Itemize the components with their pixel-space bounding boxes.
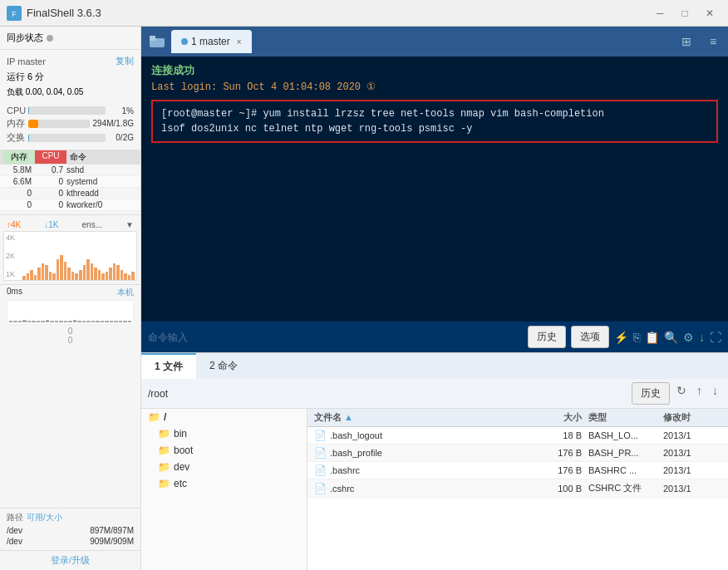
- tree-boot[interactable]: 📁 boot: [141, 442, 307, 459]
- copy-icon[interactable]: ⎘: [633, 331, 640, 344]
- app-title: FinalShell 3.6.3: [27, 7, 648, 19]
- swap-metric: 交换 0/2G: [7, 130, 134, 145]
- download-file-icon[interactable]: ↓: [709, 382, 721, 405]
- maximize-button[interactable]: □: [673, 4, 696, 22]
- latency-bar: [59, 321, 62, 322]
- mem-bar: [28, 120, 38, 128]
- sync-status: 同步状态: [0, 27, 140, 50]
- root-folder-icon: 📁: [148, 411, 160, 423]
- latency-bar: [9, 321, 12, 322]
- file-date-cell: 2013/1: [663, 484, 721, 494]
- latency-bar: [18, 321, 22, 322]
- paste-icon[interactable]: 📋: [645, 331, 659, 344]
- proc-cmd-cell: sshd: [66, 165, 137, 174]
- status-indicator: [47, 35, 53, 42]
- refresh-icon[interactable]: ↻: [673, 382, 690, 405]
- latency-bar: [119, 321, 122, 322]
- tab-close-button[interactable]: ×: [237, 37, 242, 47]
- tree-dev[interactable]: 📁 dev: [141, 459, 307, 475]
- file-size-cell: 100 B: [522, 484, 588, 494]
- chart-bar: [22, 276, 26, 280]
- settings-icon[interactable]: ⚙: [683, 331, 694, 344]
- tab-master[interactable]: 1 master ×: [171, 30, 252, 53]
- process-row: 0 0 kthreadd: [0, 188, 140, 199]
- tree-root[interactable]: 📁 /: [141, 409, 307, 425]
- tree-etc[interactable]: 📁 etc: [141, 475, 307, 492]
- chart-bar: [91, 263, 94, 280]
- proc-cpu-cell: 0: [35, 200, 66, 209]
- chart-bar: [45, 265, 48, 280]
- file-row[interactable]: 📄.bash_profile 176 B BASH_PR... 2013/1: [307, 445, 728, 462]
- upload-icon[interactable]: ↑: [693, 382, 706, 405]
- tab-bar: 1 master × ⊞ ≡: [141, 27, 728, 57]
- minimize-button[interactable]: ─: [648, 4, 671, 22]
- chart-bar: [106, 272, 109, 280]
- path-header: 路径 可用/大小: [7, 512, 134, 523]
- list-view-button[interactable]: ≡: [701, 30, 725, 53]
- tab-commands[interactable]: 2 命令: [196, 354, 251, 378]
- ip-label: IP master: [7, 57, 46, 66]
- fullscreen-icon[interactable]: ⛶: [710, 331, 721, 344]
- folder-button[interactable]: [145, 30, 170, 53]
- latency-row: 0ms 本机: [7, 287, 134, 298]
- options-button[interactable]: 选项: [571, 326, 609, 348]
- lightning-icon[interactable]: ⚡: [614, 331, 628, 344]
- file-row[interactable]: 📄.bashrc 176 B BASHRC ... 2013/1: [307, 462, 728, 479]
- latency-bar: [13, 321, 17, 322]
- boot-folder-icon: 📁: [158, 445, 170, 456]
- cpu-bar: [28, 106, 29, 115]
- net-up-label: ↑4K: [7, 220, 21, 229]
- network-chart: 4K 2K 1K: [3, 231, 137, 281]
- col-name-header: 文件名 ▲: [314, 411, 522, 424]
- swap-bar: [28, 134, 29, 142]
- chart-bar: [34, 275, 37, 280]
- history-button[interactable]: 历史: [528, 326, 566, 348]
- chart-bar: [124, 273, 127, 280]
- runtime-row: 运行 6 分: [7, 69, 134, 85]
- file-actions: 历史 ↻ ↑ ↓: [632, 382, 721, 405]
- chart-bar: [49, 272, 52, 280]
- latency-bar: [50, 321, 53, 322]
- file-icon: 📄: [314, 483, 327, 494]
- tab-files[interactable]: 1 文件: [141, 353, 196, 379]
- file-type-cell: BASH_PR...: [588, 448, 663, 458]
- download-icon[interactable]: ↓: [699, 331, 705, 344]
- grid-view-button[interactable]: ⊞: [675, 30, 698, 53]
- chart-label-2k: 2K: [6, 252, 15, 260]
- file-history-button[interactable]: 历史: [632, 382, 670, 405]
- latency-bar: [46, 320, 49, 322]
- chart-bar: [113, 263, 116, 280]
- tree-bin[interactable]: 📁 bin: [141, 425, 307, 442]
- file-path-bar: /root 历史 ↻ ↑ ↓: [141, 379, 728, 409]
- main-layout: 同步状态 IP master 复制 运行 6 分 负载 0.00, 0.04, …: [0, 27, 728, 570]
- load-row: 负载 0.00, 0.04, 0.05: [7, 85, 134, 100]
- chart-bars-container: [21, 232, 136, 280]
- proc-cpu-cell: 0.7: [35, 165, 66, 174]
- proc-mem-header: 内存: [3, 150, 35, 164]
- chart-bar: [86, 259, 90, 280]
- proc-cmd-cell: kthreadd: [66, 189, 137, 198]
- latency-bar: [114, 321, 117, 322]
- search-icon[interactable]: 🔍: [664, 331, 678, 344]
- ip-row: IP master 复制: [7, 53, 134, 69]
- latency-bar: [68, 321, 71, 322]
- copy-button[interactable]: 复制: [116, 55, 134, 67]
- chart-bar: [94, 268, 97, 280]
- path-dev-label: /dev: [7, 526, 22, 535]
- file-row[interactable]: 📄.cshrc 100 B CSHRC 文件 2013/1: [307, 479, 728, 498]
- close-button[interactable]: ✕: [698, 4, 721, 22]
- terminal-area[interactable]: 连接成功 Last login: Sun Oct 4 01:04:08 2020…: [141, 57, 728, 321]
- network-chart-section: ↑4K ↓1K ens... ▼ 4K 2K 1K: [0, 214, 140, 284]
- proc-cmd-cell: kworker/0: [66, 200, 137, 209]
- latency-bar: [64, 321, 67, 322]
- chart-dropdown-icon[interactable]: ▼: [125, 220, 134, 229]
- login-upgrade-button[interactable]: 登录/升级: [0, 550, 140, 570]
- proc-cmd-cell: systemd: [66, 177, 137, 186]
- command-input[interactable]: [148, 332, 523, 343]
- file-type-cell: CSHRC 文件: [588, 482, 663, 494]
- chart-bar: [30, 270, 33, 280]
- process-row: 0 0 kworker/0: [0, 199, 140, 211]
- file-type-cell: BASHRC ...: [588, 465, 663, 475]
- file-row[interactable]: 📄.bash_logout 18 B BASH_LO... 2013/1: [307, 427, 728, 445]
- path-row-dev2: /dev 909M/909M: [7, 536, 134, 547]
